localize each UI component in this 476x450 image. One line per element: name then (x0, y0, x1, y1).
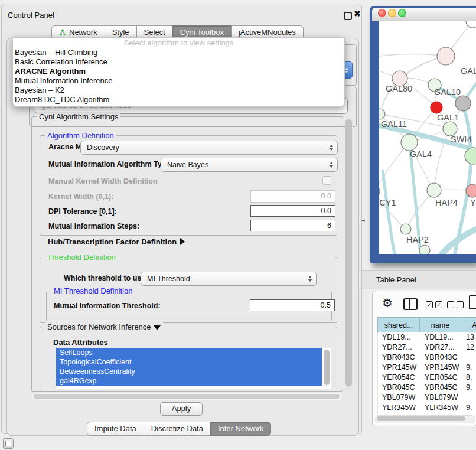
table-horizontal-scrollbar[interactable] (375, 415, 475, 423)
table-cell (462, 393, 476, 403)
kernel-width-field[interactable]: 0.0 (250, 190, 335, 203)
dropdown-item[interactable]: Mutual Information Inference (13, 76, 344, 86)
table-cell: 13 (462, 332, 476, 343)
sources-legend[interactable]: Sources for Network Inference (45, 322, 163, 331)
network-canvas[interactable]: GALGAL80GAL10GAL1GAL11SWI4GAL4GCY1HAP4YH… (379, 21, 476, 254)
algorithm-dropdown-popup: Select algorithm to view settings Bayesi… (12, 37, 345, 107)
network-node[interactable] (419, 245, 430, 254)
network-edge-thick[interactable] (383, 171, 395, 254)
network-window-titlebar[interactable] (372, 8, 476, 21)
network-node-label: GAL4 (410, 149, 432, 159)
settings-vertical-scrollbar[interactable] (345, 118, 353, 390)
table-row[interactable]: YDR27...YDR27...12 (378, 343, 476, 353)
network-node[interactable] (431, 102, 442, 113)
table-row[interactable]: YDL19...YDL19...13 (378, 332, 476, 343)
table-cell: YDR27... (378, 343, 420, 353)
manual-kernel-checkbox[interactable] (322, 176, 331, 185)
dropdown-item[interactable]: Basic Correlation Inference (13, 57, 344, 67)
network-graph: GALGAL80GAL10GAL1GAL11SWI4GAL4GCY1HAP4YH… (379, 21, 476, 254)
threshold-definition-legend: Threshold Definition (45, 253, 118, 262)
dpi-tolerance-field[interactable]: 0.0 (250, 205, 335, 217)
table-cell: YBL079W (378, 393, 420, 403)
table-row[interactable]: YER054CYER054C8. (378, 373, 476, 383)
which-threshold-label: Which threshold to use: (64, 274, 148, 282)
dropdown-item-highlighted[interactable]: ARACNE Algorithm (13, 67, 344, 76)
data-attribute-item[interactable]: gal4RGexp (56, 376, 322, 386)
tab-infer-network[interactable]: Infer Network (210, 422, 271, 436)
settings-horizontal-scrollbar[interactable] (32, 393, 342, 400)
apply-button[interactable]: Apply (160, 402, 203, 416)
data-attribute-item[interactable]: TopologicalCoefficient (56, 357, 322, 367)
kernel-width-label: Kernel Width (0,1): (48, 193, 113, 201)
network-node-label: GAL1 (437, 113, 459, 122)
which-threshold-combobox[interactable]: MI Threshold (141, 272, 317, 286)
table-column-header[interactable]: name (420, 317, 461, 332)
window-minimize-icon[interactable] (388, 9, 396, 17)
data-attributes-list: SelfLoopsTopologicalCoefficientBetweenne… (56, 348, 331, 389)
network-edge[interactable] (379, 54, 446, 57)
data-attributes-label: Data Attributes (53, 338, 108, 347)
data-attribute-item[interactable]: BetweennessCentrality (56, 367, 322, 376)
table-panel-title: Table Panel (376, 275, 416, 284)
table-cell: YBL079W (420, 393, 462, 403)
network-edge[interactable] (379, 191, 406, 229)
panel-splitter-handle[interactable]: ◄ (361, 218, 366, 223)
network-node[interactable] (443, 122, 457, 136)
list-scrollbar[interactable] (324, 349, 330, 387)
algorithm-definition-legend: Algorithm Definition (45, 131, 116, 140)
table-cell: YDL19... (420, 332, 462, 343)
dropdown-item[interactable]: Bayesian – K2 (13, 86, 344, 95)
algorithm-definition-group: Algorithm Definition Aracne Mode: Discov… (40, 135, 337, 236)
network-node[interactable] (400, 224, 411, 234)
network-node[interactable] (401, 134, 418, 151)
table-row[interactable]: YPR145WYPR145W9. (378, 363, 476, 373)
combo-stepper-icon (308, 276, 312, 282)
dropdown-item[interactable]: Bayesian – Hill Climbing (13, 48, 344, 57)
gear-icon[interactable]: ⚙ (382, 296, 393, 310)
table-cell: YER054C (378, 373, 420, 383)
table-body: YDL19...YDL19...13YDR27...YDR27...12YBR0… (377, 332, 476, 415)
close-icon[interactable]: ✖ (354, 9, 361, 18)
hub-definition-disclosure[interactable]: Hub/Transcription Factor Definition (48, 237, 185, 246)
dropdown-item[interactable]: Dream8 DC_TDC Algorithm (13, 95, 344, 105)
network-node[interactable] (427, 183, 441, 197)
mi-algorithm-type-combobox[interactable]: Naive Bayes (161, 158, 338, 172)
columns-icon[interactable] (403, 298, 418, 310)
control-panel-title: Control Panel (8, 11, 54, 19)
network-node-label: GAL10 (434, 87, 461, 97)
table-row[interactable]: YLR345WYLR345W9. (378, 403, 476, 413)
network-node[interactable] (437, 47, 455, 65)
network-node[interactable] (465, 148, 476, 164)
select-all-columns-icon[interactable]: ✓✓ (426, 301, 442, 308)
table-cell: YPR145W (378, 363, 420, 373)
network-node[interactable] (455, 96, 471, 111)
table-row[interactable]: YBL079WYBL079W (378, 393, 476, 403)
tab-discretize-data[interactable]: Discretize Data (144, 422, 211, 436)
table-cell (462, 353, 476, 363)
table-row[interactable]: YBR045CYBR045C9. (378, 383, 476, 393)
minimized-panel-button[interactable] (3, 438, 14, 449)
disclosure-right-icon (180, 238, 185, 245)
table-column-header[interactable]: shared... (377, 317, 420, 332)
mi-threshold-legend: MI Threshold Definition (51, 286, 135, 295)
tab-impute-data[interactable]: Impute Data (87, 422, 144, 436)
aracne-mode-combobox[interactable]: Discovery (80, 141, 338, 155)
network-node[interactable] (466, 184, 476, 197)
table-column-header[interactable]: A (461, 317, 476, 332)
mi-steps-field[interactable]: 6 (250, 220, 335, 231)
table-cell: 9. (462, 403, 476, 413)
mi-threshold-field[interactable]: 0.5 (250, 299, 335, 311)
mi-threshold-label: Mutual Information Threshold: (54, 302, 161, 310)
network-node[interactable] (379, 185, 380, 197)
table-cell: 9. (462, 363, 476, 373)
data-attribute-item[interactable]: SelfLoops (56, 348, 322, 357)
float-window-icon[interactable] (344, 12, 352, 20)
network-node-label: Y (470, 198, 476, 207)
window-zoom-icon[interactable] (398, 9, 406, 17)
window-close-icon[interactable] (378, 9, 386, 17)
network-node[interactable] (379, 109, 385, 119)
network-node[interactable] (466, 21, 476, 28)
table-row[interactable]: YBR043CYBR043C (378, 353, 476, 363)
deselect-all-columns-icon[interactable] (447, 301, 464, 308)
export-table-icon[interactable] (469, 295, 476, 309)
